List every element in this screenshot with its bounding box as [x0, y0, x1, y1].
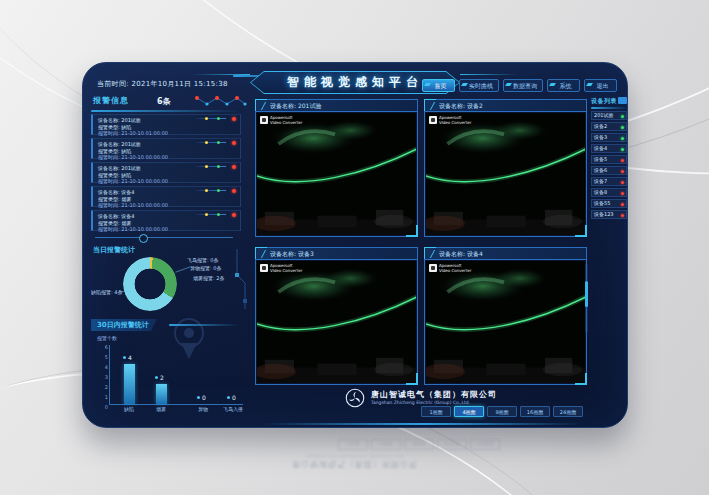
device-list-item[interactable]: 设备3: [591, 133, 627, 142]
pie-leader-line: [119, 291, 129, 292]
current-time: 当前时间: 2021年10月11日 15:15:38: [97, 79, 228, 89]
layout-9-button[interactable]: 9画面: [487, 406, 517, 417]
device-status-dot: [621, 170, 624, 173]
device-list-item[interactable]: 设备55: [591, 199, 627, 208]
video-title-3: 设备名称: 设备3: [256, 248, 417, 260]
grid-scrollbar-track: [585, 263, 588, 333]
y-axis-tick: 6: [105, 344, 108, 350]
device-list-item[interactable]: 设备2: [591, 122, 627, 131]
video-scene: [426, 261, 585, 383]
y-axis-tick: 3: [105, 374, 108, 380]
company-logo-icon: [345, 388, 365, 408]
device-status-dot: [621, 115, 624, 118]
device-status-dot: [621, 192, 624, 195]
y-axis-tick: 4: [105, 364, 108, 370]
watermark-logo-icon: [260, 116, 268, 124]
device-status-dot: [621, 159, 624, 162]
network-nodes-icon: [193, 92, 249, 110]
nav-system-button[interactable]: 系统: [547, 79, 580, 92]
footer-deco-line: [263, 423, 583, 425]
alarm-time: 报警时间: 21-10-10 00:00:00: [98, 202, 236, 209]
watermark-logo-icon: [429, 116, 437, 124]
circuit-deco: [233, 249, 251, 313]
y-axis-tick: 2: [105, 384, 108, 390]
bar-category-label: 烟雾: [156, 406, 166, 412]
alarm-indicator: [196, 214, 226, 215]
video-panel-2[interactable]: 设备名称: 设备2 ApowersoftVideo Converter: [424, 99, 587, 237]
video-feed-4: ApowersoftVideo Converter: [426, 261, 585, 383]
company-name-cn: 唐山智诚电气（集团）有限公司: [371, 390, 497, 400]
device-name: 201试验: [594, 112, 614, 118]
dashboard-panel: 当前时间: 2021年10月11日 15:15:38 智能视觉感知平台 首页 实…: [82, 62, 628, 428]
device-list-item[interactable]: 设备8: [591, 188, 627, 197]
layout-4-button[interactable]: 4画面: [454, 406, 484, 417]
layout-24-button[interactable]: 24画面: [553, 406, 583, 417]
y-axis-tick: 5: [105, 354, 108, 360]
pie-label-bird: 飞鸟报警: 0条: [187, 257, 218, 263]
nav-home-button[interactable]: 首页: [422, 79, 455, 92]
device-rows: 201试验 设备2 设备3 设备4 设备5 设备6 设备7 设备8 设备55 设…: [591, 111, 627, 221]
nav-data-query-button[interactable]: 数据查询: [503, 79, 543, 92]
alarm-red-dot: [232, 189, 236, 193]
pie-leader-line: [175, 266, 190, 272]
nav-realtime-button[interactable]: 实时曲线: [459, 79, 499, 92]
layout-16-button[interactable]: 16画面: [520, 406, 550, 417]
device-name: 设备123: [594, 211, 614, 217]
video-watermark: ApowersoftVideo Converter: [429, 264, 471, 273]
device-status-dot: [621, 214, 624, 217]
alarm-red-dot: [232, 117, 236, 121]
alarm-card[interactable]: 设备名称: 201试验 报警类型: 缺陷 报警时间: 21-10-10 01:0…: [91, 114, 241, 135]
alarm-red-dot: [232, 141, 236, 145]
nav-exit-button[interactable]: 退出: [584, 79, 617, 92]
device-list-item[interactable]: 设备6: [591, 166, 627, 175]
device-status-dot: [621, 137, 624, 140]
video-title-1: 设备名称: 201试验: [256, 100, 417, 112]
device-name: 设备8: [594, 189, 607, 195]
video-watermark: ApowersoftVideo Converter: [429, 116, 471, 125]
alarm-donut-chart: [123, 257, 177, 311]
alarm-card[interactable]: 设备名称: 201试验 报警类型: 缺陷 报警时间: 21-10-10 00:0…: [91, 162, 241, 183]
alarm-card[interactable]: 设备名称: 201试验 报警类型: 缺陷 报警时间: 21-10-10 00:0…: [91, 138, 241, 159]
device-list-item[interactable]: 设备4: [591, 144, 627, 153]
video-title-2: 设备名称: 设备2: [425, 100, 586, 112]
section-underline: [591, 107, 627, 109]
title-wing-left: [192, 74, 250, 75]
alarm-card[interactable]: 设备名称: 设备4 报警类型: 烟雾 报警时间: 21-10-10 00:00:…: [91, 210, 241, 231]
device-name: 设备55: [594, 200, 610, 206]
video-panel-4[interactable]: 设备名称: 设备4 ApowersoftVideo Converter: [424, 247, 587, 385]
alarm-type: 报警类型: 缺陷: [98, 172, 236, 179]
alarm-indicator: [196, 190, 226, 191]
screen-layout-buttons: 1画面 4画面 9画面 16画面 24画面: [421, 406, 583, 417]
today-stats-title: 当日报警统计: [93, 245, 135, 255]
alarm-list: 设备名称: 201试验 报警类型: 缺陷 报警时间: 21-10-10 01:0…: [91, 114, 241, 234]
pie-label-foreign: 异物报警: 0条: [190, 265, 221, 271]
alarm-time: 报警时间: 21-10-10 00:00:00: [98, 154, 236, 161]
alarm-card[interactable]: 设备名称: 设备4 报警类型: 烟雾 报警时间: 21-10-10 00:00:…: [91, 186, 241, 207]
device-status-dot: [621, 203, 624, 206]
alarm-type: 报警类型: 烟雾: [98, 220, 236, 227]
video-scene: [426, 113, 585, 235]
video-title-4: 设备名称: 设备4: [425, 248, 586, 260]
bar-value-label: 0: [197, 394, 206, 401]
video-panel-3[interactable]: 设备名称: 设备3 ApowersoftVideo Converter: [255, 247, 418, 385]
pie-label-defect: 缺陷报警: 4条: [91, 289, 122, 295]
video-panel-1[interactable]: 设备名称: 201试验 ApowersoftVideo Converter: [255, 99, 418, 237]
device-list-item[interactable]: 设备123: [591, 210, 627, 219]
device-list-item[interactable]: 201试验: [591, 111, 627, 120]
bar-value-label: 2: [155, 374, 164, 381]
alarm-red-dot: [232, 213, 236, 217]
video-watermark: ApowersoftVideo Converter: [260, 116, 302, 125]
device-list-item[interactable]: 设备5: [591, 155, 627, 164]
device-list-more-button[interactable]: [618, 97, 627, 104]
alarm-list-scrollbar[interactable]: [95, 237, 233, 238]
device-list-item[interactable]: 设备7: [591, 177, 627, 186]
device-name: 设备6: [594, 167, 607, 173]
bar-category-label: 缺陷: [124, 406, 134, 412]
grid-scrollbar-thumb[interactable]: [585, 281, 588, 307]
device-status-dot: [621, 148, 624, 151]
video-watermark: ApowersoftVideo Converter: [260, 264, 302, 273]
layout-1-button[interactable]: 1画面: [421, 406, 451, 417]
device-status-dot: [621, 181, 624, 184]
y-axis-tick: 0: [105, 404, 108, 410]
device-name: 设备5: [594, 156, 607, 162]
